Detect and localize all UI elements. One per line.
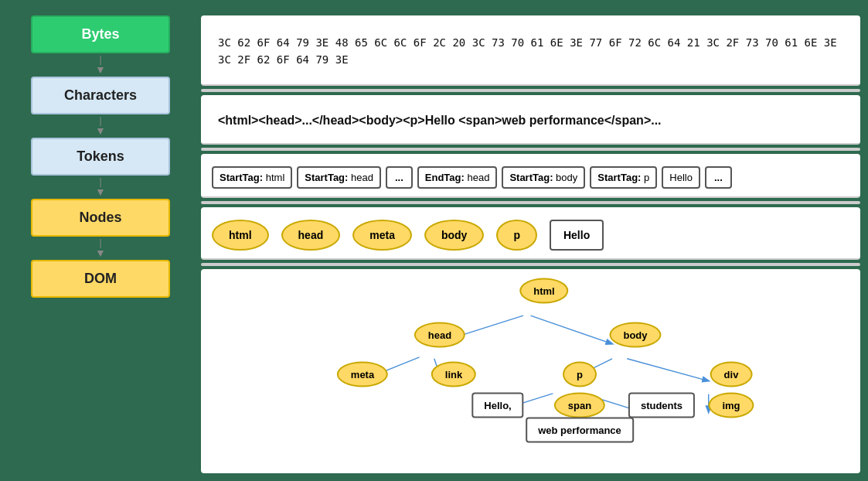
stage-dom-label: DOM xyxy=(84,271,117,286)
bytes-content: 3C 62 6F 64 79 3E 48 65 6C 6C 6F 2C 20 3… xyxy=(212,28,849,75)
stage-characters-label: Characters xyxy=(64,87,137,103)
dom-oval-span: span xyxy=(554,392,605,418)
arrow-tokens-to-nodes xyxy=(95,177,106,197)
dom-rect-webperf: web performance xyxy=(526,417,634,442)
token-type: StartTag: xyxy=(305,172,348,183)
node-head: head xyxy=(281,220,341,251)
token-type: StartTag: xyxy=(509,172,553,183)
token-value: body xyxy=(556,172,577,183)
dom-oval-div: div xyxy=(710,361,753,387)
token-value: head xyxy=(351,172,373,183)
arrow-bytes-to-chars xyxy=(95,55,106,75)
stage-tokens: Tokens xyxy=(31,138,170,176)
token-hello: Hello xyxy=(662,166,700,189)
token-startp: StartTag: p xyxy=(590,166,657,189)
dom-oval-html: html xyxy=(519,278,568,303)
main-container: Bytes Characters Tokens Nodes DOM 3C 62 … xyxy=(0,0,868,481)
characters-text: <html><head>...</head><body><p>Hello <sp… xyxy=(218,114,662,127)
stage-bytes-label: Bytes xyxy=(81,26,119,42)
dom-node-link: link xyxy=(431,361,476,387)
token-ellipsis1: ... xyxy=(386,166,413,189)
dom-node-span: span xyxy=(554,392,605,418)
node-p: p xyxy=(496,220,537,251)
tokens-row: StartTag: html StartTag: head ... EndTag… xyxy=(212,166,849,189)
dom-section: html head body meta link xyxy=(201,269,860,473)
token-endhead: EndTag: head xyxy=(417,166,498,189)
dom-node-p: p xyxy=(563,361,597,387)
token-type: EndTag: xyxy=(425,172,465,183)
dom-node-hello-text: Hello, xyxy=(471,392,523,418)
dom-node-meta: meta xyxy=(337,361,388,387)
node-hello-text: Hello xyxy=(550,220,604,251)
content-column: 3C 62 6F 64 79 3E 48 65 6C 6C 6F 2C 20 3… xyxy=(201,8,860,473)
dom-oval-meta: meta xyxy=(337,361,388,387)
dom-tree: html head body meta link xyxy=(212,275,849,467)
arrow-nodes-to-dom xyxy=(95,238,106,258)
dom-rect-hello: Hello, xyxy=(471,392,523,418)
pipeline-column: Bytes Characters Tokens Nodes DOM xyxy=(8,8,193,473)
stage-bytes: Bytes xyxy=(31,15,170,53)
dom-oval-link: link xyxy=(431,361,476,387)
dom-oval-p: p xyxy=(563,361,597,387)
token-type: StartTag: xyxy=(597,172,641,183)
svg-line-1 xyxy=(531,316,613,343)
dom-node-head: head xyxy=(414,322,465,347)
nodes-row: html head meta body p Hello xyxy=(212,220,849,251)
svg-line-6 xyxy=(627,359,709,381)
stage-characters: Characters xyxy=(31,77,170,114)
node-meta: meta xyxy=(352,220,412,251)
token-ellipsis2: ... xyxy=(705,166,732,189)
dom-node-html: html xyxy=(519,278,568,303)
token-value: head xyxy=(467,172,489,183)
node-html: html xyxy=(212,220,269,251)
nodes-section: html head meta body p Hello xyxy=(201,207,860,260)
stage-nodes-label: Nodes xyxy=(79,210,121,225)
tokens-section: StartTag: html StartTag: head ... EndTag… xyxy=(201,154,860,198)
dom-node-div: div xyxy=(710,361,753,387)
token-starthead: StartTag: head xyxy=(297,166,381,189)
node-body: body xyxy=(424,220,484,251)
arrow-chars-to-tokens xyxy=(95,116,106,136)
dom-oval-body: body xyxy=(609,322,661,347)
dom-node-img: img xyxy=(708,392,754,418)
dom-node-students: students xyxy=(628,392,695,418)
dom-node-webperf: web performance xyxy=(526,417,634,442)
dom-oval-head: head xyxy=(414,322,465,347)
characters-content: <html><head>...</head><body><p>Hello <sp… xyxy=(212,107,849,134)
token-starthtml: StartTag: html xyxy=(212,166,292,189)
dom-oval-img: img xyxy=(708,392,754,418)
stage-dom: DOM xyxy=(31,260,170,298)
token-startbody: StartTag: body xyxy=(502,166,585,189)
token-value: p xyxy=(644,172,649,183)
token-text-value: Hello xyxy=(669,172,693,183)
characters-section: <html><head>...</head><body><p>Hello <sp… xyxy=(201,95,860,145)
dom-node-body: body xyxy=(609,322,661,347)
dom-rect-students: students xyxy=(628,392,695,418)
token-type: StartTag: xyxy=(220,172,263,183)
stage-nodes: Nodes xyxy=(31,199,170,237)
token-value: html xyxy=(266,172,285,183)
bytes-section: 3C 62 6F 64 79 3E 48 65 6C 6C 6F 2C 20 3… xyxy=(201,15,860,86)
stage-tokens-label: Tokens xyxy=(77,148,124,164)
